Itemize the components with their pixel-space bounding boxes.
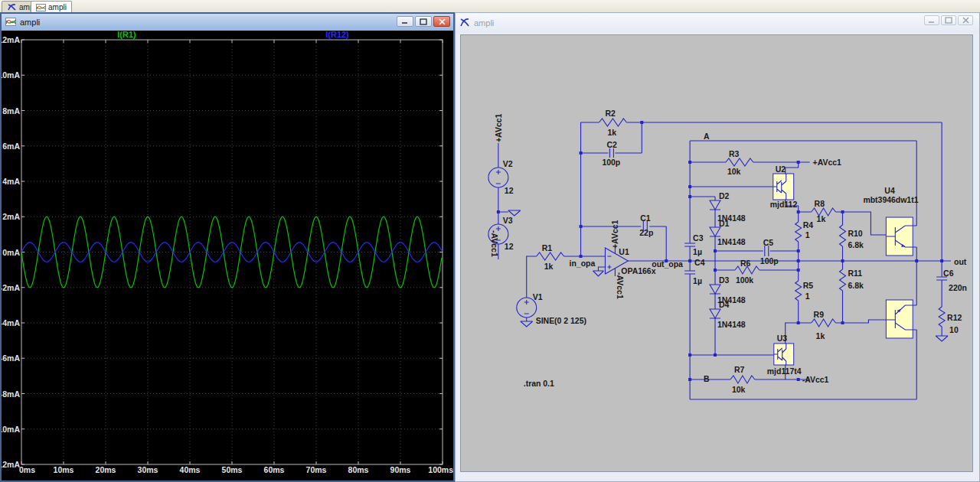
waveform-plot-area[interactable]: 12mA10mA8mA6mA4mA2mA0mA-2mA-4mA-6mA-8mA-… <box>2 31 453 480</box>
svg-text:10k: 10k <box>727 168 741 176</box>
y-axis-tick-label: -2mA <box>2 283 20 292</box>
y-axis-tick-label: -6mA <box>2 353 20 363</box>
svg-text:C4: C4 <box>694 259 705 267</box>
net-label-out-opa[interactable]: out_opa <box>652 260 683 269</box>
svg-text:6.8k: 6.8k <box>848 282 864 290</box>
waveform-window: ampli 12mA10mA8mA6mA4mA2mA0mA-2mA-4mA-6m… <box>0 12 455 482</box>
svg-text:SINE(0 2 125): SINE(0 2 125) <box>536 317 586 325</box>
resistor-R4[interactable]: R4 1 <box>795 221 814 242</box>
resistor-R10[interactable]: R10 6.8k <box>840 225 864 249</box>
net-label-avcc-pos[interactable]: +AVcc1 <box>495 113 503 142</box>
capacitor-C4[interactable]: C4 1µ <box>684 259 705 285</box>
resistor-R7[interactable]: R7 10k <box>730 366 755 394</box>
resistor-R6[interactable]: R6 100k <box>735 259 760 285</box>
dual-transistor-U4[interactable]: U4 mbt3946dw1t1 <box>863 187 918 338</box>
net-label-in-opa[interactable]: in_opa <box>570 259 596 268</box>
net-label-avcc-pos[interactable]: +AVcc1 <box>813 158 841 167</box>
ground-icon <box>936 336 948 341</box>
window-title: ampli <box>20 18 40 27</box>
capacitor-C6[interactable]: C6 220n <box>936 269 967 292</box>
svg-text:1k: 1k <box>817 215 826 223</box>
resistor-R3[interactable]: R3 10k <box>726 150 753 176</box>
legend-I(R12)[interactable]: I(R12) <box>325 31 349 39</box>
svg-text:1k: 1k <box>816 332 825 340</box>
y-axis-tick-label: -4mA <box>2 318 20 327</box>
svg-text:U4: U4 <box>884 187 895 195</box>
svg-text:mjd112: mjd112 <box>770 200 798 209</box>
svg-text:12: 12 <box>505 187 514 195</box>
net-label-b[interactable]: B <box>704 375 710 383</box>
resistor-R11[interactable]: R11 6.8k <box>840 269 864 291</box>
svg-text:1N4148: 1N4148 <box>717 321 746 329</box>
svg-text:C1: C1 <box>640 214 651 223</box>
resistor-R12[interactable]: R12 10 <box>939 307 962 334</box>
minimize-button[interactable] <box>397 16 413 27</box>
svg-text:100k: 100k <box>736 276 753 285</box>
svg-text:1µ: 1µ <box>693 277 702 285</box>
minimize-button[interactable] <box>924 15 939 25</box>
net-label-a[interactable]: A <box>704 132 710 141</box>
net-label-avcc-neg[interactable]: -AVcc1 <box>490 230 498 257</box>
svg-text:1µ: 1µ <box>693 248 702 256</box>
svg-text:C3: C3 <box>693 234 704 243</box>
opamp-U1[interactable]: U1 OPA166x <box>605 248 655 275</box>
schematic-window: ampli <box>455 12 980 482</box>
voltage-source-V2[interactable]: V2 12 <box>488 160 514 195</box>
y-axis-tick-label: 12mA <box>2 35 20 44</box>
schematic-titlebar[interactable]: ampli <box>456 13 979 33</box>
svg-text:D4: D4 <box>719 301 730 309</box>
svg-text:R4: R4 <box>803 221 814 230</box>
capacitor-C5[interactable]: C5 100p <box>760 239 779 265</box>
svg-text:6.8k: 6.8k <box>848 241 864 249</box>
capacitor-C2[interactable]: C2 100p <box>602 141 620 167</box>
net-label-avcc-neg[interactable]: -AVcc1 <box>802 376 829 384</box>
schematic-canvas[interactable]: V2 12 V3 12 V1 SINE(0 2 125) <box>460 34 973 472</box>
svg-text:V2: V2 <box>503 160 513 168</box>
capacitor-C3[interactable]: C3 1µ <box>684 234 704 256</box>
resistor-R1[interactable]: R1 1k <box>537 244 564 271</box>
tab-waveform-ampli[interactable]: ampli <box>31 1 72 13</box>
svg-text:D1: D1 <box>719 220 730 228</box>
x-axis-tick-label: 30ms <box>138 465 158 474</box>
svg-text:R8: R8 <box>815 200 825 208</box>
schematic-icon <box>7 3 17 11</box>
ground-icon <box>593 271 603 276</box>
net-label-avcc-pos[interactable]: +AVcc1 <box>611 220 619 249</box>
svg-text:V1: V1 <box>533 293 543 301</box>
y-axis-tick-label: 10mA <box>2 70 20 80</box>
capacitor-C1[interactable]: C1 22p <box>639 214 653 237</box>
x-axis-tick-label: 10ms <box>54 465 74 474</box>
svg-text:100p: 100p <box>760 257 779 265</box>
spice-directive[interactable]: .tran 0.1 <box>524 379 554 388</box>
resistor-R5[interactable]: R5 1 <box>795 281 814 301</box>
net-label-avcc-neg[interactable]: -AVcc1 <box>616 272 624 299</box>
x-axis-tick-label: 60ms <box>264 465 285 474</box>
svg-text:10: 10 <box>949 326 959 334</box>
svg-text:R7: R7 <box>734 366 745 374</box>
maximize-button[interactable] <box>941 15 956 25</box>
close-button[interactable] <box>958 15 973 25</box>
waveform-icon <box>36 4 46 11</box>
document-tab-bar: ampli ampli <box>0 0 980 13</box>
darlington-U2[interactable]: U2 mjd112 <box>770 165 798 209</box>
y-axis-tick-label: -12mA <box>2 460 20 469</box>
svg-text:OPA166x: OPA166x <box>621 267 655 275</box>
resistor-R8[interactable]: R8 1k <box>812 200 836 223</box>
resistor-R2[interactable]: R2 1k <box>599 109 626 137</box>
ground-icon <box>521 321 533 327</box>
tab-label: ampli <box>48 3 67 11</box>
trace-I(R12) <box>21 243 442 262</box>
svg-text:R12: R12 <box>947 314 962 322</box>
maximize-button[interactable] <box>415 16 432 27</box>
y-axis-tick-label: 0mA <box>2 248 20 257</box>
svg-text:1: 1 <box>805 292 810 301</box>
net-label-out[interactable]: out <box>954 258 967 266</box>
svg-text:R5: R5 <box>803 282 814 290</box>
x-axis-tick-label: 70ms <box>306 465 327 474</box>
legend-I(R1)[interactable]: I(R1) <box>117 31 136 39</box>
voltage-source-V1[interactable]: V1 SINE(0 2 125) <box>517 293 586 325</box>
resistor-R9[interactable]: R9 1k <box>812 311 836 340</box>
close-button[interactable] <box>433 16 450 27</box>
schematic-wires <box>498 122 951 399</box>
waveform-titlebar[interactable]: ampli <box>2 14 453 31</box>
